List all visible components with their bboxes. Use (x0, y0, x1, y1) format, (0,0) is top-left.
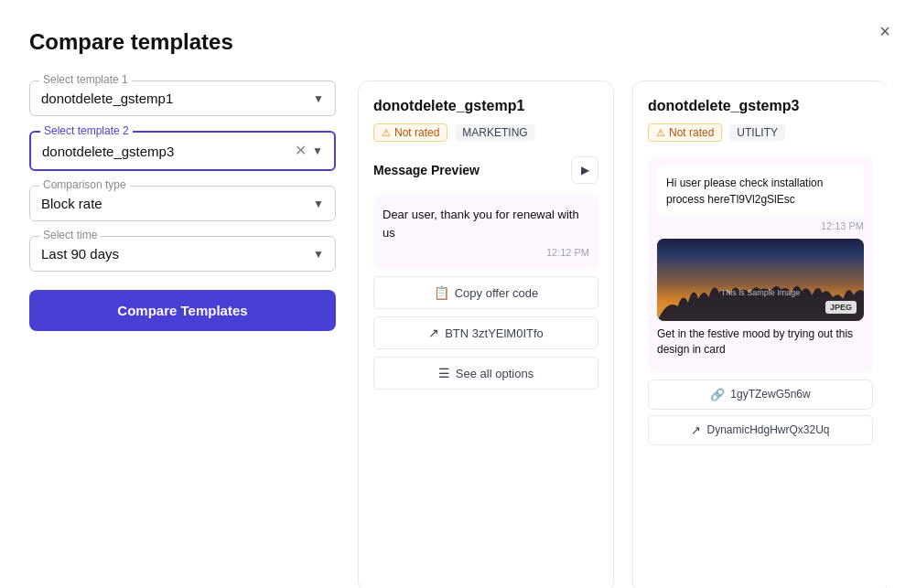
card2-link-btn2[interactable]: ↗ DynamicHdgHwrQx32Uq (648, 415, 873, 445)
card1-badge-row: ⚠ Not rated MARKETING (373, 123, 598, 142)
card2-chat-area: Hi user please check installation proces… (648, 156, 873, 372)
card1-not-rated-badge: ⚠ Not rated (373, 123, 447, 142)
left-panel: Select template 1 donotdelete_gstemp1 ▼ … (29, 80, 336, 331)
card2-image-caption: Get in the festive mood by trying out th… (657, 326, 864, 358)
list-icon: ☰ (438, 366, 450, 380)
card2-message-time: 12:13 PM (657, 220, 864, 231)
card1-play-button[interactable]: ▶ (571, 156, 598, 184)
card2-image-label: JPEG (825, 301, 857, 314)
card1-message-text: Dear user, thank you for renewal with us (383, 206, 589, 241)
card2-warn-icon: ⚠ (656, 127, 665, 139)
card1-category-badge: MARKETING (455, 124, 534, 141)
comparison-type-label: Comparison type (39, 178, 130, 191)
external-link-icon: ↗ (428, 326, 439, 340)
copy-icon: 📋 (434, 285, 449, 300)
template2-value: donotdelete_gstemp3 (42, 144, 174, 159)
template2-dropdown-icon: ▼ (312, 144, 323, 157)
time-label: Select time (39, 229, 101, 241)
card1-warn-icon: ⚠ (382, 127, 391, 139)
link-icon-1: 🔗 (710, 388, 725, 401)
card2-image: This is Sample Image JPEG (657, 239, 864, 321)
card1-message-time: 12:12 PM (383, 247, 589, 258)
cards-area: donotdelete_gstemp1 ⚠ Not rated MARKETIN… (358, 80, 887, 588)
template1-field[interactable]: Select template 1 donotdelete_gstemp1 ▼ (29, 80, 336, 116)
comparison-type-dropdown-icon: ▼ (313, 198, 324, 210)
comparison-type-value: Block rate (41, 196, 102, 211)
page-title: Compare templates (29, 29, 887, 55)
card2-not-rated-badge: ⚠ Not rated (648, 123, 722, 142)
time-field[interactable]: Select time Last 90 days ▼ (29, 236, 336, 272)
card1-title: donotdelete_gstemp1 (373, 98, 598, 114)
card1-preview-label: Message Preview (373, 163, 480, 177)
template2-label: Select template 2 (40, 124, 133, 137)
card1-message-bubble: Dear user, thank you for renewal with us… (373, 195, 598, 269)
card2-title: donotdelete_gstemp3 (648, 98, 873, 114)
card2-badge-row: ⚠ Not rated UTILITY (648, 123, 873, 142)
card1-copy-offer-button[interactable]: 📋 Copy offer code (373, 276, 598, 309)
time-value: Last 90 days (41, 246, 119, 262)
template1-dropdown-icon: ▼ (313, 92, 324, 105)
card2-image-sample-text: This is Sample Image (721, 288, 801, 297)
link-icon-2: ↗ (691, 423, 701, 437)
modal-container: × Compare templates Select template 1 do… (0, 0, 916, 588)
template-card-2: donotdelete_gstemp3 ⚠ Not rated UTILITY … (632, 80, 887, 588)
card2-link-btn1[interactable]: 🔗 1gyTZewG5n6w (648, 380, 873, 410)
template1-value: donotdelete_gstemp1 (41, 91, 173, 106)
time-dropdown-icon: ▼ (313, 248, 324, 261)
close-button[interactable]: × (876, 18, 894, 44)
card1-btn2[interactable]: ↗ BTN 3ztYElM0ITfo (373, 316, 598, 349)
compare-templates-button[interactable]: Compare Templates (29, 290, 336, 331)
card1-preview-header: Message Preview ▶ (373, 156, 598, 184)
main-content: Select template 1 donotdelete_gstemp1 ▼ … (29, 80, 887, 588)
template2-clear-button[interactable]: ✕ (293, 142, 308, 160)
card2-category-badge: UTILITY (729, 124, 785, 141)
comparison-type-field[interactable]: Comparison type Block rate ▼ (29, 186, 336, 221)
card1-see-all-options-button[interactable]: ☰ See all options (373, 357, 598, 390)
template1-label: Select template 1 (39, 73, 132, 86)
template-card-1: donotdelete_gstemp1 ⚠ Not rated MARKETIN… (358, 80, 614, 588)
template2-field[interactable]: Select template 2 donotdelete_gstemp3 ✕ … (29, 131, 336, 171)
card2-message-text: Hi user please check installation proces… (657, 166, 864, 217)
